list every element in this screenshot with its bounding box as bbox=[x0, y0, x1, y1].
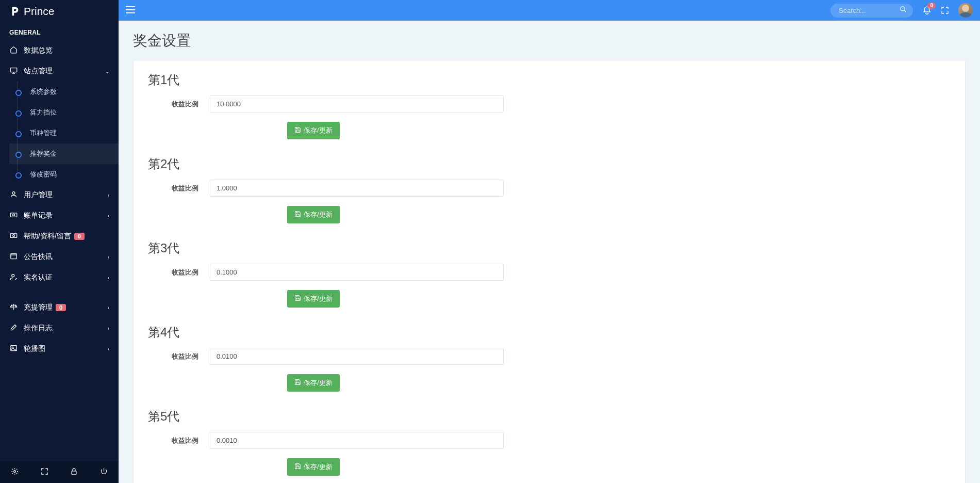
sidebar-item-label: 帮助/资料/留言 bbox=[24, 232, 71, 241]
sidebar-subitem-0[interactable]: 系统参数 bbox=[9, 82, 119, 102]
form-row: 收益比例 bbox=[148, 180, 951, 197]
lock-icon bbox=[70, 468, 78, 477]
sidebar-subitem-4[interactable]: 修改密码 bbox=[9, 164, 119, 185]
chevron-right-icon: › bbox=[108, 305, 109, 311]
chevron-down-icon: ⌄ bbox=[105, 69, 109, 74]
sidebar-item-0[interactable]: 数据总览 bbox=[0, 40, 119, 61]
sidebar-item-8[interactable]: 操作日志 › bbox=[0, 318, 119, 339]
chevron-right-icon: › bbox=[108, 254, 109, 260]
menu-icon bbox=[126, 6, 135, 13]
form-row: 收益比例 bbox=[148, 264, 951, 281]
brand-icon bbox=[9, 6, 21, 17]
search-wrap bbox=[830, 4, 913, 18]
field-label: 收益比例 bbox=[148, 184, 210, 193]
form-row: 收益比例 bbox=[148, 348, 951, 365]
sidebar-footer bbox=[0, 461, 119, 483]
save-icon bbox=[294, 211, 301, 219]
generation-title: 第3代 bbox=[148, 240, 951, 256]
scale-icon bbox=[9, 303, 18, 312]
notification-badge: 0 bbox=[927, 3, 936, 9]
save-button-label: 保存/更新 bbox=[304, 462, 333, 472]
svg-rect-6 bbox=[10, 254, 16, 259]
notifications-button[interactable]: 0 bbox=[922, 6, 932, 15]
save-icon bbox=[294, 463, 301, 471]
chevron-right-icon: › bbox=[108, 213, 109, 219]
power-icon bbox=[100, 468, 108, 477]
save-button-label: 保存/更新 bbox=[304, 378, 333, 388]
hamburger-button[interactable] bbox=[126, 5, 135, 16]
sidebar-item-4[interactable]: 帮助/资料/留言 0 bbox=[0, 226, 119, 247]
ratio-input-1[interactable] bbox=[210, 95, 504, 112]
topbar: 0 bbox=[119, 0, 980, 21]
save-button-2[interactable]: 保存/更新 bbox=[287, 206, 340, 223]
sidebar-item-label: 站点管理 bbox=[24, 67, 53, 76]
generation-title: 第1代 bbox=[148, 72, 951, 88]
page-title: 奖金设置 bbox=[133, 31, 966, 51]
avatar[interactable] bbox=[958, 3, 973, 18]
home-icon bbox=[9, 46, 18, 55]
sidebar-item-5[interactable]: 公告快讯 › bbox=[0, 247, 119, 267]
ratio-input-4[interactable] bbox=[210, 348, 504, 365]
generation-title: 第4代 bbox=[148, 324, 951, 341]
generation-block-1: 第1代收益比例保存/更新 bbox=[148, 72, 951, 139]
sidebar-item-label: 充提管理 bbox=[24, 303, 53, 312]
svg-point-3 bbox=[12, 214, 14, 216]
edit-icon bbox=[9, 324, 18, 333]
save-button-label: 保存/更新 bbox=[304, 210, 333, 219]
save-button-3[interactable]: 保存/更新 bbox=[287, 290, 340, 308]
sidebar-subitem-2[interactable]: 币种管理 bbox=[9, 123, 119, 143]
field-label: 收益比例 bbox=[148, 100, 210, 109]
save-icon bbox=[294, 379, 301, 387]
ratio-input-5[interactable] bbox=[210, 432, 504, 449]
svg-rect-2 bbox=[10, 213, 17, 217]
form-row: 收益比例 bbox=[148, 95, 951, 112]
footer-power-button[interactable] bbox=[89, 461, 119, 483]
fullscreen-button[interactable] bbox=[941, 6, 949, 14]
search-input[interactable] bbox=[830, 4, 913, 18]
svg-point-10 bbox=[14, 471, 16, 473]
user-icon bbox=[9, 190, 18, 200]
generation-title: 第2代 bbox=[148, 156, 951, 172]
sidebar-section-header: GENERAL bbox=[0, 23, 119, 40]
chevron-right-icon: › bbox=[108, 326, 109, 331]
svg-rect-4 bbox=[10, 234, 17, 238]
sidebar-subitem-1[interactable]: 算力挡位 bbox=[9, 102, 119, 123]
sidebar-submenu: 系统参数算力挡位币种管理推荐奖金修改密码 bbox=[0, 82, 119, 185]
field-label: 收益比例 bbox=[148, 352, 210, 361]
generation-block-3: 第3代收益比例保存/更新 bbox=[148, 240, 951, 308]
sidebar-subitem-label: 币种管理 bbox=[30, 128, 57, 138]
save-button-label: 保存/更新 bbox=[304, 294, 333, 303]
money-icon bbox=[9, 211, 18, 220]
sidebar-subitem-label: 修改密码 bbox=[30, 170, 57, 179]
save-button-label: 保存/更新 bbox=[304, 126, 333, 135]
sidebar-item-label: 实名认证 bbox=[24, 273, 53, 282]
sidebar-item-6[interactable]: 实名认证 › bbox=[0, 267, 119, 288]
sidebar-subitem-3[interactable]: 推荐奖金 bbox=[9, 143, 119, 164]
footer-expand-button[interactable] bbox=[30, 461, 60, 483]
svg-point-7 bbox=[11, 275, 14, 277]
footer-lock-button[interactable] bbox=[59, 461, 89, 483]
money-icon bbox=[9, 232, 18, 241]
sidebar-badge: 0 bbox=[56, 304, 66, 311]
generation-block-2: 第2代收益比例保存/更新 bbox=[148, 156, 951, 223]
svg-rect-11 bbox=[72, 471, 76, 474]
save-icon bbox=[294, 295, 301, 303]
sidebar-item-7[interactable]: 充提管理 0› bbox=[0, 297, 119, 318]
sidebar-item-3[interactable]: 账单记录 › bbox=[0, 205, 119, 226]
expand-icon bbox=[941, 6, 949, 14]
sidebar-item-9[interactable]: 轮播图 › bbox=[0, 339, 119, 359]
brand-logo[interactable]: Prince bbox=[0, 0, 119, 23]
ratio-input-3[interactable] bbox=[210, 264, 504, 281]
save-icon bbox=[294, 126, 301, 135]
save-button-1[interactable]: 保存/更新 bbox=[287, 122, 340, 139]
sidebar-item-label: 轮播图 bbox=[24, 344, 45, 353]
footer-gear-button[interactable] bbox=[0, 461, 30, 483]
ratio-input-2[interactable] bbox=[210, 180, 504, 197]
sidebar-item-label: 账单记录 bbox=[24, 211, 53, 220]
field-label: 收益比例 bbox=[148, 268, 210, 277]
save-button-4[interactable]: 保存/更新 bbox=[287, 374, 340, 392]
sidebar-item-1[interactable]: 站点管理 ⌄ bbox=[0, 61, 119, 82]
sidebar-item-2[interactable]: 用户管理 › bbox=[0, 185, 119, 205]
save-button-5[interactable]: 保存/更新 bbox=[287, 458, 340, 476]
generation-block-5: 第5代收益比例保存/更新 bbox=[148, 408, 951, 476]
